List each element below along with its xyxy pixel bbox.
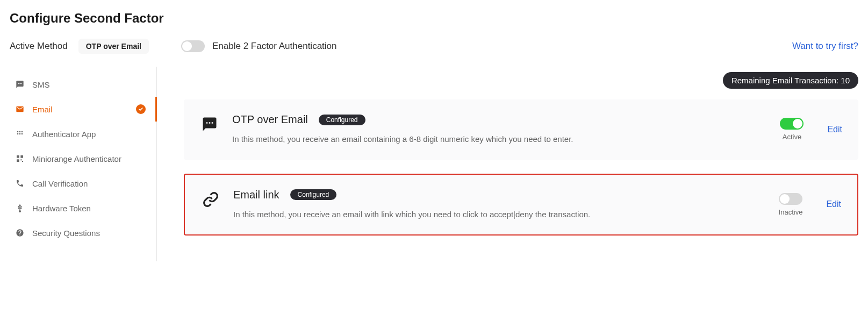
svg-rect-10 bbox=[22, 161, 23, 162]
method-description: In this method, you receive an email con… bbox=[232, 133, 767, 146]
svg-point-5 bbox=[21, 133, 23, 135]
svg-rect-7 bbox=[20, 155, 23, 158]
toggle-thumb bbox=[793, 119, 802, 129]
edit-button[interactable]: Edit bbox=[826, 199, 841, 209]
sidebar-item-email[interactable]: Email bbox=[10, 97, 157, 122]
method-active-toggle[interactable] bbox=[780, 118, 804, 130]
sidebar-item-security-questions[interactable]: Security Questions bbox=[10, 220, 157, 245]
method-card-otp-email: OTP over Email Configured In this method… bbox=[184, 99, 858, 160]
remaining-transactions-badge: Remaining Email Transaction: 10 bbox=[723, 72, 858, 89]
method-body: OTP over Email Configured In this method… bbox=[232, 113, 767, 146]
active-method-label: Active Method bbox=[10, 41, 68, 52]
sidebar-item-call[interactable]: Call Verification bbox=[10, 171, 157, 196]
sidebar-item-label: Authenticator App bbox=[32, 130, 96, 139]
svg-rect-8 bbox=[17, 159, 19, 162]
sidebar-item-label: SMS bbox=[32, 80, 50, 89]
qr-icon bbox=[15, 154, 25, 163]
try-first-link[interactable]: Want to try first? bbox=[792, 41, 858, 52]
svg-point-0 bbox=[17, 131, 19, 133]
sidebar: SMS Email Authenticator App Miniorange A… bbox=[10, 67, 157, 261]
sidebar-item-label: Call Verification bbox=[32, 179, 88, 188]
method-title: Email link bbox=[233, 189, 279, 201]
enable-2fa-toggle[interactable] bbox=[181, 40, 205, 52]
grid-icon bbox=[15, 129, 25, 139]
sidebar-item-label: Hardware Token bbox=[32, 204, 91, 213]
method-active-toggle[interactable] bbox=[779, 193, 802, 205]
method-title: OTP over Email bbox=[232, 113, 308, 126]
svg-rect-6 bbox=[17, 155, 19, 158]
check-icon bbox=[136, 104, 146, 114]
question-icon bbox=[15, 228, 25, 238]
toggle-thumb bbox=[182, 41, 192, 51]
header-row: Active Method OTP over Email Enable 2 Fa… bbox=[0, 26, 868, 67]
sidebar-item-label: Security Questions bbox=[32, 229, 100, 238]
chat-icon bbox=[200, 115, 219, 134]
usb-icon bbox=[15, 203, 25, 213]
phone-icon bbox=[15, 179, 25, 188]
configured-badge: Configured bbox=[290, 189, 337, 200]
page-title: Configure Second Factor bbox=[0, 0, 868, 26]
edit-button[interactable]: Edit bbox=[827, 125, 842, 134]
sidebar-item-label: Email bbox=[32, 105, 53, 114]
svg-point-1 bbox=[19, 131, 21, 133]
sidebar-item-sms[interactable]: SMS bbox=[10, 72, 157, 97]
svg-rect-9 bbox=[20, 159, 21, 160]
toggle-status-label: Inactive bbox=[779, 208, 803, 216]
sidebar-item-label: Miniorange Authenticator bbox=[32, 154, 121, 163]
method-card-email-link: Email link Configured In this method, yo… bbox=[184, 174, 858, 236]
toggle-thumb bbox=[780, 194, 790, 204]
svg-point-4 bbox=[19, 133, 21, 135]
content-area: SMS Email Authenticator App Miniorange A… bbox=[0, 67, 868, 261]
svg-point-3 bbox=[17, 133, 19, 135]
method-description: In this method, you receive an email wit… bbox=[233, 209, 766, 221]
link-icon bbox=[201, 190, 220, 209]
configured-badge: Configured bbox=[319, 115, 365, 125]
sms-icon bbox=[15, 80, 25, 89]
svg-point-2 bbox=[21, 131, 23, 133]
main-panel: Remaining Email Transaction: 10 OTP over… bbox=[184, 67, 858, 261]
method-toggle-column: Inactive bbox=[779, 193, 803, 216]
sidebar-item-authenticator-app[interactable]: Authenticator App bbox=[10, 122, 157, 146]
email-icon bbox=[15, 104, 25, 114]
method-body: Email link Configured In this method, yo… bbox=[233, 189, 766, 221]
method-toggle-column: Active bbox=[780, 118, 804, 141]
method-title-row: Email link Configured bbox=[233, 189, 766, 201]
method-title-row: OTP over Email Configured bbox=[232, 113, 767, 126]
sidebar-item-hardware[interactable]: Hardware Token bbox=[10, 196, 157, 220]
enable-2fa-group: Enable 2 Factor Authentication bbox=[181, 40, 337, 52]
active-method-value: OTP over Email bbox=[78, 39, 149, 54]
toggle-status-label: Active bbox=[783, 133, 801, 141]
sidebar-item-miniorange[interactable]: Miniorange Authenticator bbox=[10, 146, 157, 171]
svg-point-11 bbox=[19, 211, 21, 212]
enable-2fa-label: Enable 2 Factor Authentication bbox=[212, 41, 337, 52]
